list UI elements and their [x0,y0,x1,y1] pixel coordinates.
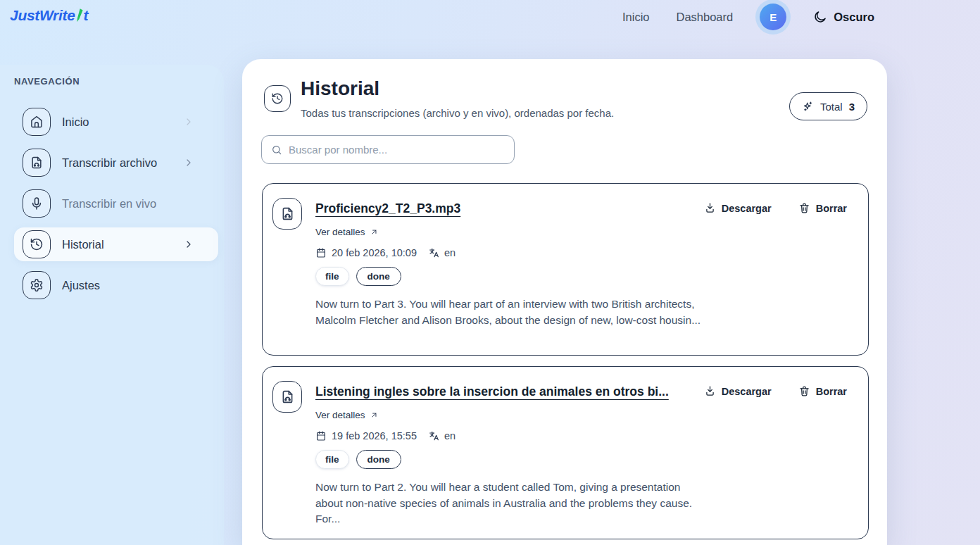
sidebar-item-transcribir-archivo[interactable]: Transcribir archivo [14,146,218,180]
home-icon [23,108,51,136]
record-language: en [444,430,456,441]
file-audio-icon [272,198,302,230]
calendar-icon [315,247,327,258]
topnav-inicio[interactable]: Inicio [622,11,650,24]
total-badge-label: Total [820,101,843,113]
sidebar-item-transcribir-en-vivo[interactable]: Transcribir en vivo [14,187,218,220]
trash-icon [798,385,810,397]
download-button[interactable]: Descargar [704,202,772,214]
delete-label: Borrar [816,386,847,397]
record-details-link[interactable]: Ver detalles [315,410,379,420]
sidebar-item-ajustes[interactable]: Ajustes [14,268,218,302]
brand-text-suffix: t [84,7,89,24]
pen-icon [75,8,84,23]
record-date: 19 feb 2026, 15:55 [332,430,417,441]
mic-icon [23,189,51,218]
page-subtitle: Todas tus transcripciones (archivo y en … [301,107,614,119]
search-input[interactable] [289,144,514,156]
record-card: Listening ingles sobre la insercion de a… [262,366,869,539]
sidebar: NAVEGACIÓN Inicio [0,65,224,545]
calendar-icon [315,430,327,441]
theme-toggle-label: Oscuro [834,11,874,24]
gear-icon [23,271,51,299]
top-navigation: Inicio Dashboard E Oscuro [622,0,874,34]
search-icon [271,144,282,156]
download-label: Descargar [722,386,772,397]
download-button[interactable]: Descargar [704,385,772,397]
record-tags: file done [315,267,401,286]
chevron-right-icon [183,157,194,168]
chevron-right-icon [183,239,194,250]
avatar-initial: E [769,11,777,23]
delete-label: Borrar [816,203,847,214]
tag-done: done [356,450,401,469]
delete-button[interactable]: Borrar [798,385,847,397]
record-meta: 19 feb 2026, 15:55 en [315,430,456,441]
file-audio-icon [23,149,51,177]
history-icon [23,230,51,258]
file-audio-icon [272,381,302,413]
record-date: 20 feb 2026, 10:09 [332,247,417,258]
sidebar-item-label: Inicio [62,115,89,129]
search-box [261,135,515,164]
avatar[interactable]: E [760,4,786,30]
record-actions: Descargar Borrar [704,202,847,214]
languages-icon [428,430,439,441]
download-label: Descargar [722,203,772,214]
topnav-dashboard[interactable]: Dashboard [676,11,733,24]
record-language: en [444,247,456,258]
brand-logo[interactable]: JustWrite t [10,7,88,24]
download-icon [704,202,716,214]
record-tags: file done [315,450,401,469]
record-excerpt: Now turn to Part 3. You will hear part o… [315,296,701,328]
sidebar-item-inicio[interactable]: Inicio [14,105,218,139]
arrow-up-right-icon [370,411,379,420]
brand-text-prefix: JustWrite [10,7,75,24]
record-meta: 20 feb 2026, 10:09 en [315,247,456,258]
trash-icon [798,202,810,214]
sidebar-item-label: Transcribir en vivo [62,197,156,211]
moon-icon [813,10,827,24]
record-title[interactable]: Listening ingles sobre la insercion de a… [315,384,669,399]
download-icon [704,385,716,397]
record-title[interactable]: Proficiency2_T2_P3.mp3 [315,201,460,216]
arrow-up-right-icon [370,227,379,237]
record-excerpt: Now turn to Part 2. You will hear a stud… [315,480,701,527]
languages-icon [428,247,439,258]
main-panel: Historial Todas tus transcripciones (arc… [242,59,887,545]
history-icon [264,85,291,112]
sparkles-icon [802,101,814,113]
sidebar-section-title: NAVEGACIÓN [14,76,224,87]
sidebar-item-label: Ajustes [62,279,100,292]
record-details-link[interactable]: Ver detalles [315,227,379,237]
sidebar-item-label: Transcribir archivo [62,156,157,170]
tag-file: file [315,450,349,469]
record-card: Proficiency2_T2_P3.mp3 Ver detalles 20 f… [262,183,869,356]
record-details-label: Ver detalles [315,410,365,420]
sidebar-item-label: Historial [62,238,104,251]
record-details-label: Ver detalles [315,227,365,237]
theme-toggle[interactable]: Oscuro [813,10,874,24]
delete-button[interactable]: Borrar [798,202,847,214]
total-badge-count: 3 [849,101,855,113]
sidebar-item-historial[interactable]: Historial [14,227,218,261]
total-badge: Total 3 [789,92,867,120]
sidebar-nav: Inicio Transcribir archivo [0,105,224,302]
record-actions: Descargar Borrar [704,385,847,397]
tag-done: done [356,267,401,286]
chevron-right-icon [183,116,194,127]
page-title: Historial [301,77,379,100]
tag-file: file [315,267,349,286]
topbar: JustWrite t Inicio Dashboard E Oscuro [0,0,980,34]
